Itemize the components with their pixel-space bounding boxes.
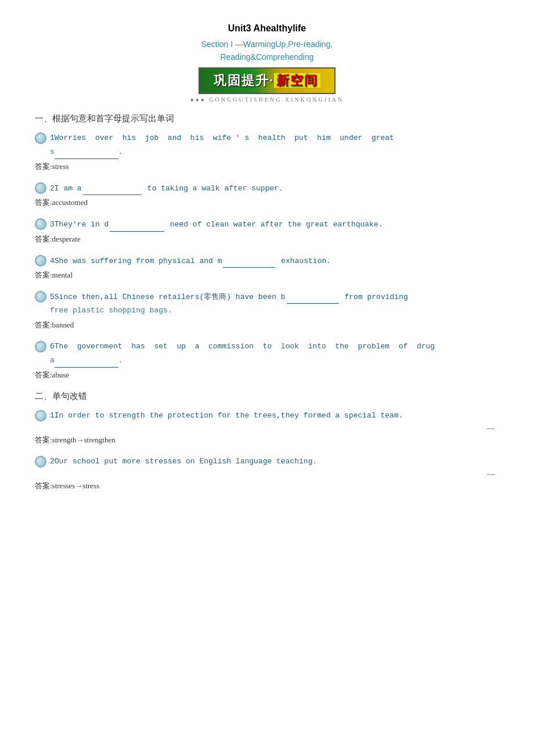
q1-text: 1Worries over his job and his wife ' s h… [50, 131, 499, 145]
q6-extra: a . [50, 353, 499, 367]
title-sub1: Section I —WarmingUp,Pre-reading, [35, 39, 499, 49]
banner-sub: ●●● GONGGUTISHENG XINKONGJIAN [35, 96, 499, 103]
q5-icon [35, 291, 46, 303]
q4-icon [35, 255, 46, 267]
q2-line: 2I am a to taking a walk after supper. [35, 181, 499, 195]
s2q2-correction-dash: — [487, 469, 495, 478]
q5-extra: free plastic shopping bags. [50, 304, 499, 317]
q1-icon [35, 132, 46, 144]
q4-answer: 答案:mental [35, 270, 499, 280]
q2-text: 2I am a to taking a walk after supper. [50, 181, 499, 195]
s2-question-1: 1In order to strength the protection for… [35, 409, 499, 445]
s2q1-icon [35, 410, 46, 422]
s2q1-correction-dash: — [487, 423, 495, 433]
banner-text: 巩固提升·新空间 [214, 73, 320, 88]
q1-blank [55, 145, 118, 159]
question-1: 1Worries over his job and his wife ' s h… [35, 131, 499, 172]
q3-line: 3They're in d need of clean water after … [35, 217, 499, 231]
q3-text: 3They're in d need of clean water after … [50, 217, 499, 231]
q4-text: 4She was suffering from physical and m e… [50, 254, 499, 268]
s2q2-answer: 答案:stresses→stress [35, 481, 499, 491]
q2-icon [35, 182, 46, 194]
q4-blank [223, 254, 275, 268]
s2q2-icon [35, 456, 46, 467]
q6-line: 6The government has set up a commission … [35, 340, 499, 353]
q2-answer: 答案:accustomed [35, 197, 499, 208]
question-3: 3They're in d need of clean water after … [35, 217, 499, 244]
q2-blank [83, 181, 142, 195]
q6-icon [35, 341, 46, 352]
q4-line: 4She was suffering from physical and m e… [35, 254, 499, 268]
q5-line: 5Since then,all Chinese retailers(零售商) h… [35, 290, 499, 304]
question-4: 4She was suffering from physical and m e… [35, 254, 499, 280]
q5-answer: 答案:banned [35, 320, 499, 330]
question-6: 6The government has set up a commission … [35, 340, 499, 380]
q3-blank [110, 217, 164, 231]
q5-text: 5Since then,all Chinese retailers(零售商) h… [50, 290, 499, 304]
q1-extra: s . [50, 145, 499, 159]
q6-answer: 答案:abuse [35, 370, 499, 380]
title-main: Unit3 Ahealthylife [35, 23, 499, 34]
q3-icon [35, 218, 46, 230]
s2q2-text: 2Our school put more stresses on English… [50, 455, 499, 468]
banner-part1: 巩固提升· [214, 73, 274, 88]
banner-part2: 新空间 [274, 73, 320, 88]
q1-line: 1Worries over his job and his wife ' s h… [35, 131, 499, 145]
banner: 巩固提升·新空间 [199, 67, 335, 94]
q3-answer: 答案:desperate [35, 234, 499, 244]
question-5: 5Since then,all Chinese retailers(零售商) h… [35, 290, 499, 330]
s2q1-line: 1In order to strength the protection for… [35, 409, 499, 422]
q1-answer: 答案:stress [35, 161, 499, 172]
s2q1-text: 1In order to strength the protection for… [50, 409, 499, 422]
banner-wrap: 巩固提升·新空间 [35, 67, 499, 94]
q5-blank [287, 290, 339, 304]
section1-title: 一、根据句意和首字母提示写出单词 [35, 113, 499, 124]
s2q1-answer: 答案:strength→strengthen [35, 435, 499, 445]
q6-blank [55, 353, 118, 367]
title-sub2: Reading&Comprehending [35, 52, 499, 62]
section2-title: 二、单句改错 [35, 391, 499, 402]
question-2: 2I am a to taking a walk after supper. 答… [35, 181, 499, 208]
q6-text: 6The government has set up a commission … [50, 340, 499, 353]
s2q2-line: 2Our school put more stresses on English… [35, 455, 499, 468]
s2-question-2: 2Our school put more stresses on English… [35, 455, 499, 491]
